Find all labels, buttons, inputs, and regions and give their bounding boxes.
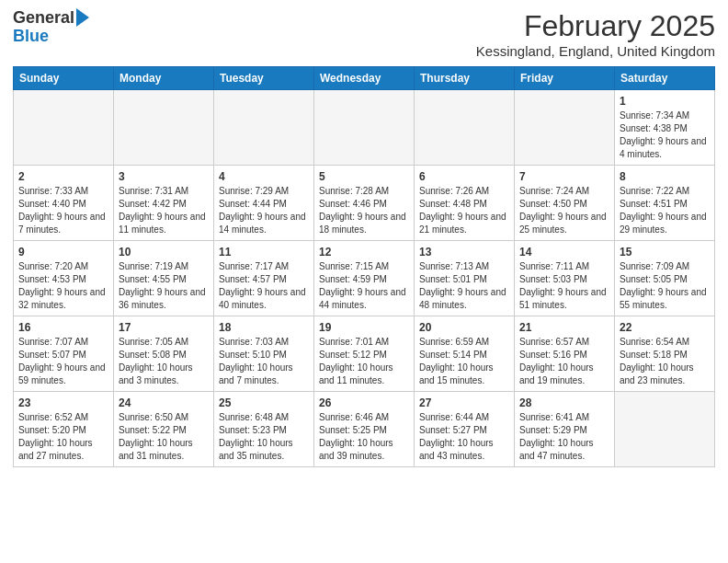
day-header-wednesday: Wednesday bbox=[314, 67, 415, 90]
calendar-cell: 26Sunrise: 6:46 AM Sunset: 5:25 PM Dayli… bbox=[314, 392, 415, 467]
calendar-cell: 5Sunrise: 7:28 AM Sunset: 4:46 PM Daylig… bbox=[314, 166, 415, 241]
day-info: Sunrise: 7:15 AM Sunset: 4:59 PM Dayligh… bbox=[319, 260, 409, 312]
day-number: 26 bbox=[319, 396, 409, 409]
day-info: Sunrise: 7:28 AM Sunset: 4:46 PM Dayligh… bbox=[319, 185, 409, 236]
day-header-thursday: Thursday bbox=[415, 67, 515, 90]
day-number: 7 bbox=[519, 170, 609, 183]
calendar-cell: 14Sunrise: 7:11 AM Sunset: 5:03 PM Dayli… bbox=[515, 241, 615, 316]
day-number: 15 bbox=[620, 246, 710, 259]
calendar-cell: 12Sunrise: 7:15 AM Sunset: 4:59 PM Dayli… bbox=[314, 241, 415, 316]
calendar-cell: 6Sunrise: 7:26 AM Sunset: 4:48 PM Daylig… bbox=[415, 166, 515, 241]
day-number: 27 bbox=[419, 396, 509, 409]
calendar-cell: 1Sunrise: 7:34 AM Sunset: 4:38 PM Daylig… bbox=[615, 90, 715, 166]
calendar-cell: 3Sunrise: 7:31 AM Sunset: 4:42 PM Daylig… bbox=[114, 166, 214, 241]
calendar-cell: 17Sunrise: 7:05 AM Sunset: 5:08 PM Dayli… bbox=[114, 316, 214, 392]
day-number: 3 bbox=[119, 170, 209, 183]
day-number: 17 bbox=[119, 321, 209, 334]
calendar-cell: 20Sunrise: 6:59 AM Sunset: 5:14 PM Dayli… bbox=[415, 316, 515, 392]
week-row-1: 2Sunrise: 7:33 AM Sunset: 4:40 PM Daylig… bbox=[14, 166, 715, 241]
calendar-cell: 24Sunrise: 6:50 AM Sunset: 5:22 PM Dayli… bbox=[114, 392, 214, 467]
calendar-cell: 10Sunrise: 7:19 AM Sunset: 4:55 PM Dayli… bbox=[114, 241, 214, 316]
day-number: 14 bbox=[519, 246, 609, 259]
day-number: 20 bbox=[419, 321, 509, 334]
calendar-cell: 7Sunrise: 7:24 AM Sunset: 4:50 PM Daylig… bbox=[515, 166, 615, 241]
day-number: 16 bbox=[18, 321, 108, 334]
logo-general: General bbox=[13, 9, 74, 28]
calendar-cell: 4Sunrise: 7:29 AM Sunset: 4:44 PM Daylig… bbox=[214, 166, 314, 241]
day-number: 2 bbox=[18, 170, 108, 183]
week-row-0: 1Sunrise: 7:34 AM Sunset: 4:38 PM Daylig… bbox=[14, 90, 715, 166]
day-number: 28 bbox=[519, 396, 609, 409]
day-info: Sunrise: 7:19 AM Sunset: 4:55 PM Dayligh… bbox=[119, 260, 209, 312]
day-number: 18 bbox=[219, 321, 309, 334]
day-info: Sunrise: 7:24 AM Sunset: 4:50 PM Dayligh… bbox=[519, 185, 609, 236]
day-number: 4 bbox=[219, 170, 309, 183]
header: General Blue February 2025 Kessingland, … bbox=[13, 9, 715, 59]
calendar-header-row: SundayMondayTuesdayWednesdayThursdayFrid… bbox=[14, 67, 715, 90]
calendar-cell: 28Sunrise: 6:41 AM Sunset: 5:29 PM Dayli… bbox=[515, 392, 615, 467]
calendar-cell bbox=[615, 392, 715, 467]
day-info: Sunrise: 7:11 AM Sunset: 5:03 PM Dayligh… bbox=[519, 260, 609, 312]
week-row-3: 16Sunrise: 7:07 AM Sunset: 5:07 PM Dayli… bbox=[14, 316, 715, 392]
day-info: Sunrise: 6:54 AM Sunset: 5:18 PM Dayligh… bbox=[620, 336, 710, 387]
calendar-cell: 19Sunrise: 7:01 AM Sunset: 5:12 PM Dayli… bbox=[314, 316, 415, 392]
day-number: 24 bbox=[119, 396, 209, 409]
calendar-cell: 21Sunrise: 6:57 AM Sunset: 5:16 PM Dayli… bbox=[515, 316, 615, 392]
day-info: Sunrise: 7:20 AM Sunset: 4:53 PM Dayligh… bbox=[18, 260, 108, 312]
page: General Blue February 2025 Kessingland, … bbox=[0, 0, 728, 480]
logo-text-block: General Blue bbox=[13, 9, 89, 46]
day-number: 8 bbox=[620, 170, 710, 183]
calendar-cell bbox=[114, 90, 214, 166]
calendar-cell: 15Sunrise: 7:09 AM Sunset: 5:05 PM Dayli… bbox=[615, 241, 715, 316]
day-info: Sunrise: 6:57 AM Sunset: 5:16 PM Dayligh… bbox=[519, 336, 609, 387]
day-info: Sunrise: 6:48 AM Sunset: 5:23 PM Dayligh… bbox=[219, 411, 309, 463]
calendar-cell: 13Sunrise: 7:13 AM Sunset: 5:01 PM Dayli… bbox=[415, 241, 515, 316]
day-info: Sunrise: 7:03 AM Sunset: 5:10 PM Dayligh… bbox=[219, 336, 309, 387]
week-row-4: 23Sunrise: 6:52 AM Sunset: 5:20 PM Dayli… bbox=[14, 392, 715, 467]
logo-blue: Blue bbox=[13, 27, 49, 45]
day-number: 25 bbox=[219, 396, 309, 409]
day-info: Sunrise: 7:33 AM Sunset: 4:40 PM Dayligh… bbox=[18, 185, 108, 236]
day-header-sunday: Sunday bbox=[14, 67, 114, 90]
day-info: Sunrise: 7:09 AM Sunset: 5:05 PM Dayligh… bbox=[620, 260, 710, 312]
day-number: 10 bbox=[119, 246, 209, 259]
calendar-cell: 22Sunrise: 6:54 AM Sunset: 5:18 PM Dayli… bbox=[615, 316, 715, 392]
day-header-tuesday: Tuesday bbox=[214, 67, 314, 90]
logo-arrow-icon bbox=[76, 8, 89, 27]
day-number: 12 bbox=[319, 246, 409, 259]
calendar-cell: 27Sunrise: 6:44 AM Sunset: 5:27 PM Dayli… bbox=[415, 392, 515, 467]
day-info: Sunrise: 6:46 AM Sunset: 5:25 PM Dayligh… bbox=[319, 411, 409, 463]
day-info: Sunrise: 7:29 AM Sunset: 4:44 PM Dayligh… bbox=[219, 185, 309, 236]
day-info: Sunrise: 7:01 AM Sunset: 5:12 PM Dayligh… bbox=[319, 336, 409, 387]
day-info: Sunrise: 6:44 AM Sunset: 5:27 PM Dayligh… bbox=[419, 411, 509, 463]
calendar-cell: 9Sunrise: 7:20 AM Sunset: 4:53 PM Daylig… bbox=[14, 241, 114, 316]
calendar-cell: 2Sunrise: 7:33 AM Sunset: 4:40 PM Daylig… bbox=[14, 166, 114, 241]
day-number: 6 bbox=[419, 170, 509, 183]
day-info: Sunrise: 7:17 AM Sunset: 4:57 PM Dayligh… bbox=[219, 260, 309, 312]
calendar-cell: 18Sunrise: 7:03 AM Sunset: 5:10 PM Dayli… bbox=[214, 316, 314, 392]
calendar-cell: 23Sunrise: 6:52 AM Sunset: 5:20 PM Dayli… bbox=[14, 392, 114, 467]
calendar-table: SundayMondayTuesdayWednesdayThursdayFrid… bbox=[13, 66, 715, 467]
day-info: Sunrise: 7:31 AM Sunset: 4:42 PM Dayligh… bbox=[119, 185, 209, 236]
day-number: 21 bbox=[519, 321, 609, 334]
logo: General Blue bbox=[13, 9, 89, 46]
day-number: 22 bbox=[620, 321, 710, 334]
calendar-cell: 25Sunrise: 6:48 AM Sunset: 5:23 PM Dayli… bbox=[214, 392, 314, 467]
day-info: Sunrise: 7:34 AM Sunset: 4:38 PM Dayligh… bbox=[620, 109, 710, 161]
day-info: Sunrise: 7:07 AM Sunset: 5:07 PM Dayligh… bbox=[18, 336, 108, 387]
day-number: 5 bbox=[319, 170, 409, 183]
day-info: Sunrise: 6:50 AM Sunset: 5:22 PM Dayligh… bbox=[119, 411, 209, 463]
day-header-saturday: Saturday bbox=[615, 67, 715, 90]
calendar-cell: 16Sunrise: 7:07 AM Sunset: 5:07 PM Dayli… bbox=[14, 316, 114, 392]
calendar-cell: 8Sunrise: 7:22 AM Sunset: 4:51 PM Daylig… bbox=[615, 166, 715, 241]
calendar-cell bbox=[14, 90, 114, 166]
calendar-cell bbox=[515, 90, 615, 166]
month-title: February 2025 bbox=[476, 9, 715, 43]
day-info: Sunrise: 6:59 AM Sunset: 5:14 PM Dayligh… bbox=[419, 336, 509, 387]
location: Kessingland, England, United Kingdom bbox=[476, 43, 715, 59]
day-number: 13 bbox=[419, 246, 509, 259]
day-info: Sunrise: 6:41 AM Sunset: 5:29 PM Dayligh… bbox=[519, 411, 609, 463]
title-block: February 2025 Kessingland, England, Unit… bbox=[476, 9, 715, 59]
day-info: Sunrise: 7:26 AM Sunset: 4:48 PM Dayligh… bbox=[419, 185, 509, 236]
day-number: 9 bbox=[18, 246, 108, 259]
